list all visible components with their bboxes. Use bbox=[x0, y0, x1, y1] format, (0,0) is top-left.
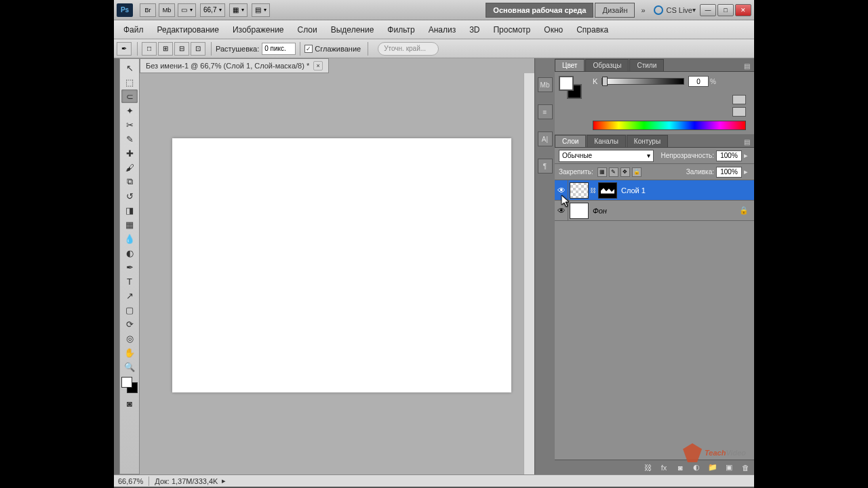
minibridge-icon[interactable]: Mb bbox=[538, 77, 553, 92]
wand-tool[interactable]: ✦ bbox=[121, 104, 138, 117]
tab-layers[interactable]: Слои bbox=[555, 135, 586, 147]
eyedropper-tool[interactable]: ✎ bbox=[121, 132, 138, 146]
maximize-button[interactable]: □ bbox=[717, 4, 734, 16]
zoom-dropdown[interactable]: 66,7 bbox=[200, 3, 225, 17]
blend-mode-select[interactable]: Обычные bbox=[559, 150, 654, 162]
lock-trans-icon[interactable]: ▦ bbox=[597, 167, 607, 177]
vertical-scrollbar[interactable] bbox=[524, 73, 534, 474]
layer-name[interactable]: Фон bbox=[593, 207, 607, 215]
visibility-icon[interactable]: 👁 bbox=[555, 180, 568, 200]
delete-layer-button[interactable]: 🗑 bbox=[739, 462, 751, 473]
lock-pixels-icon[interactable]: ✎ bbox=[609, 167, 618, 177]
minibridge-button[interactable]: Mb bbox=[159, 3, 175, 17]
marquee-tool[interactable]: ⬚ bbox=[121, 75, 138, 89]
adjustment-button[interactable]: ◐ bbox=[690, 462, 703, 473]
brush-tool[interactable]: 🖌 bbox=[121, 161, 138, 174]
3d-camera-tool[interactable]: ◎ bbox=[121, 331, 138, 345]
swap-swatch-2[interactable] bbox=[732, 107, 746, 117]
3d-tool[interactable]: ⟳ bbox=[121, 317, 138, 331]
arrange-dropdown[interactable]: ▦ bbox=[229, 3, 248, 17]
status-zoom[interactable]: 66,67% bbox=[118, 477, 143, 485]
stamp-tool[interactable]: ⧉ bbox=[121, 175, 138, 188]
panel-swatches[interactable] bbox=[559, 76, 582, 99]
tab-paths[interactable]: Контуры bbox=[627, 135, 668, 147]
color-panel-menu[interactable]: ▤ bbox=[740, 61, 754, 71]
extras-dropdown[interactable]: ▤ bbox=[252, 3, 270, 17]
lock-all-icon[interactable]: 🔒 bbox=[632, 167, 642, 177]
link-layers-button[interactable]: ⛓ bbox=[642, 462, 654, 473]
fg-color[interactable] bbox=[121, 377, 132, 388]
move-tool[interactable]: ↖ bbox=[121, 61, 138, 75]
tab-styles[interactable]: Стили bbox=[629, 59, 664, 71]
workspace-main[interactable]: Основная рабочая среда bbox=[486, 3, 593, 18]
tab-channels[interactable]: Каналы bbox=[587, 135, 626, 147]
dodge-tool[interactable]: ◐ bbox=[121, 246, 138, 260]
history-icon[interactable]: ≡ bbox=[538, 104, 553, 119]
shape-tool[interactable]: ▢ bbox=[121, 303, 138, 317]
panel-fg-color[interactable] bbox=[559, 76, 574, 91]
sel-add-icon[interactable]: ⊞ bbox=[158, 42, 173, 56]
type-tool[interactable]: T bbox=[121, 274, 138, 288]
group-button[interactable]: 📁 bbox=[707, 462, 719, 473]
minimize-button[interactable]: — bbox=[700, 4, 716, 16]
k-value-input[interactable] bbox=[688, 76, 709, 87]
cslive-button[interactable]: CS Live ▾ bbox=[654, 5, 696, 15]
refine-edge-button[interactable]: Уточн. край... bbox=[378, 42, 439, 56]
antialias-checkbox[interactable]: ✓ bbox=[304, 45, 313, 53]
screen-mode-dropdown[interactable]: ▭ bbox=[178, 3, 196, 17]
hand-tool[interactable]: ✋ bbox=[121, 346, 138, 359]
lasso-tool[interactable]: ⊂ bbox=[121, 89, 138, 103]
mask-button[interactable]: ◙ bbox=[674, 462, 686, 473]
sel-new-icon[interactable]: □ bbox=[142, 42, 157, 56]
pen-tool[interactable]: ✒ bbox=[121, 260, 138, 274]
new-layer-button[interactable]: ▣ bbox=[723, 462, 735, 473]
history-brush-tool[interactable]: ↺ bbox=[121, 189, 138, 203]
blur-tool[interactable]: 💧 bbox=[121, 232, 138, 245]
visibility-icon[interactable]: 👁 bbox=[555, 201, 568, 220]
opacity-arrow[interactable]: ▸ bbox=[742, 151, 750, 160]
document-tab[interactable]: Без имени-1 @ 66,7% (Слой 1, Слой-маска/… bbox=[140, 58, 329, 73]
lock-pos-icon[interactable]: ✥ bbox=[620, 167, 630, 177]
menu-analysis[interactable]: Анализ bbox=[422, 22, 463, 37]
sel-int-icon[interactable]: ⊡ bbox=[191, 42, 205, 56]
character-icon[interactable]: A| bbox=[538, 131, 553, 146]
status-arrow[interactable]: ▸ bbox=[222, 476, 226, 485]
mask-thumb[interactable] bbox=[598, 182, 617, 199]
color-spectrum[interactable] bbox=[593, 121, 746, 130]
eraser-tool[interactable]: ◨ bbox=[121, 203, 138, 217]
menu-view[interactable]: Просмотр bbox=[486, 22, 537, 37]
layers-panel-menu[interactable]: ▤ bbox=[740, 137, 754, 147]
menu-help[interactable]: Справка bbox=[570, 22, 615, 37]
tab-color[interactable]: Цвет bbox=[555, 59, 585, 71]
layer-row[interactable]: 👁 ⛓ Слой 1 bbox=[555, 180, 754, 201]
color-swatches[interactable] bbox=[121, 377, 138, 393]
zoom-tool[interactable]: 🔍 bbox=[121, 360, 138, 373]
quickmask-tool[interactable]: ◙ bbox=[121, 396, 138, 410]
swap-swatch-1[interactable] bbox=[732, 95, 746, 104]
layer-name[interactable]: Слой 1 bbox=[621, 186, 646, 195]
menu-layers[interactable]: Слои bbox=[291, 22, 324, 37]
fill-arrow[interactable]: ▸ bbox=[742, 167, 750, 176]
feather-input[interactable] bbox=[262, 43, 296, 55]
canvas[interactable] bbox=[172, 138, 511, 392]
status-doc[interactable]: Док: 1,37M/333,4K bbox=[155, 477, 218, 485]
sel-sub-icon[interactable]: ⊟ bbox=[174, 42, 189, 56]
close-button[interactable]: ✕ bbox=[735, 4, 751, 16]
menu-window[interactable]: Окно bbox=[537, 22, 570, 37]
menu-3d[interactable]: 3D bbox=[462, 22, 486, 37]
heal-tool[interactable]: ✚ bbox=[121, 146, 138, 160]
fill-input[interactable] bbox=[716, 167, 742, 178]
close-tab-icon[interactable]: × bbox=[313, 61, 323, 70]
paragraph-icon[interactable]: ¶ bbox=[538, 159, 553, 174]
opacity-input[interactable] bbox=[716, 150, 742, 161]
layer-thumb[interactable] bbox=[570, 182, 589, 199]
layer-thumb[interactable] bbox=[570, 203, 589, 219]
bridge-button[interactable]: Br bbox=[140, 3, 156, 17]
tab-swatches[interactable]: Образцы bbox=[585, 59, 629, 71]
menu-image[interactable]: Изображение bbox=[226, 22, 291, 37]
fx-button[interactable]: fx bbox=[658, 462, 670, 473]
gradient-tool[interactable]: ▦ bbox=[121, 218, 138, 231]
menu-select[interactable]: Выделение bbox=[324, 22, 381, 37]
menu-filter[interactable]: Фильтр bbox=[380, 22, 421, 37]
crop-tool[interactable]: ✂ bbox=[121, 118, 138, 131]
